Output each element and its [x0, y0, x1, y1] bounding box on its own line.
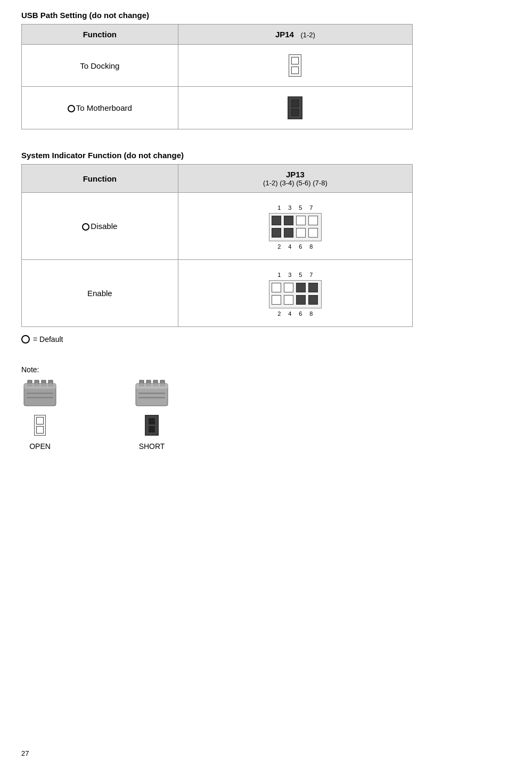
pin-1-enable	[272, 283, 281, 292]
svg-rect-6	[27, 393, 53, 394]
svg-rect-7	[27, 397, 53, 398]
note-item-short: SHORT	[133, 379, 170, 451]
sys-indicator-section: System Indicator Function (do not change…	[21, 151, 511, 344]
sys-col1-header: Function	[22, 165, 178, 193]
jp13-disable-jumper: 1 3 5 7	[269, 205, 322, 250]
svg-rect-15	[138, 397, 165, 398]
usb-row-motherboard: To Motherboard	[22, 87, 413, 129]
pin-2-enable	[272, 295, 281, 305]
pin-6-enable	[296, 295, 306, 305]
usb-title-bold: USB Path Setting	[21, 11, 87, 20]
sys-func-disable: Disable	[22, 193, 178, 260]
usb-jp-motherboard	[178, 87, 413, 129]
usb-col2-subheader: (1-2)	[300, 31, 315, 39]
note-section: Note:	[21, 365, 511, 451]
pin-7-enable	[308, 283, 318, 292]
note-open-pin-1	[36, 417, 44, 424]
jp13-nums-bottom-enable: 2 4 6 8	[274, 311, 316, 317]
sys-title-suffix: (do not change)	[121, 151, 184, 160]
sys-jp-disable: 1 3 5 7	[178, 193, 413, 260]
pin-open-1	[291, 57, 299, 64]
svg-rect-5	[24, 383, 56, 389]
pin-6-disable	[296, 228, 306, 238]
pin-open-2	[291, 67, 299, 74]
pin-short-1	[291, 100, 299, 107]
sys-row-enable: Enable 1 3 5 7	[22, 260, 413, 327]
jp13-nums-top-enable: 1 3 5 7	[274, 272, 316, 278]
connector-short-img	[133, 379, 170, 408]
note-open-pin-2	[36, 426, 44, 434]
sys-title-bold: System Indicator Function	[21, 151, 121, 160]
sys-func-enable: Enable	[22, 260, 178, 327]
pin-short-2	[291, 109, 299, 116]
usb-jp-docking	[178, 45, 413, 87]
usb-title-suffix: (do not change)	[87, 11, 149, 20]
sys-col2-header: JP13 (1-2) (3-4) (5-6) (7-8)	[178, 165, 413, 193]
note-short-pin-2	[149, 426, 155, 432]
pin-4-enable	[284, 295, 293, 305]
connector-open-img	[21, 379, 59, 408]
default-note: = Default	[21, 335, 511, 344]
default-circle-motherboard	[68, 105, 75, 112]
jp13-grid-disable	[269, 213, 322, 241]
note-short-pin-1	[149, 418, 155, 424]
sys-col2-subheader: (1-2) (3-4) (5-6) (7-8)	[189, 179, 402, 187]
page-number: 27	[21, 749, 29, 757]
note-label: Note:	[21, 365, 39, 374]
usb-func-docking: To Docking	[22, 45, 178, 87]
usb-table: Function JP14 (1-2) To Docking	[21, 24, 413, 129]
usb-section-title: USB Path Setting (do not change)	[21, 11, 511, 20]
jp14-open-jumper	[289, 54, 301, 77]
pin-8-enable	[308, 295, 318, 305]
note-short-label: SHORT	[139, 442, 165, 451]
pin-4-disable	[284, 228, 293, 238]
jp13-enable-jumper: 1 3 5 7	[269, 272, 322, 317]
svg-rect-13	[136, 383, 168, 389]
note-content: OPEN SHORT	[21, 379, 511, 451]
pin-5-enable	[296, 283, 306, 292]
pin-3-enable	[284, 283, 293, 292]
default-note-text: = Default	[33, 335, 63, 344]
sys-section-title: System Indicator Function (do not change…	[21, 151, 511, 160]
usb-func-motherboard: To Motherboard	[22, 87, 178, 129]
usb-col1-header: Function	[22, 24, 178, 45]
pin-1-disable	[272, 216, 281, 225]
sys-row-disable: Disable 1 3 5 7	[22, 193, 413, 260]
note-item-open: OPEN	[21, 379, 59, 451]
sys-jp-enable: 1 3 5 7	[178, 260, 413, 327]
pin-5-disable	[296, 216, 306, 225]
sys-table: Function JP13 (1-2) (3-4) (5-6) (7-8) Di…	[21, 164, 413, 327]
jp13-nums-top-disable: 1 3 5 7	[274, 205, 316, 211]
jp13-nums-bottom-disable: 2 4 6 8	[274, 243, 316, 250]
usb-row-docking: To Docking	[22, 45, 413, 87]
jp13-grid-enable	[269, 280, 322, 308]
default-circle-icon	[21, 335, 30, 344]
note-open-label: OPEN	[29, 442, 51, 451]
jp14-short-jumper	[288, 96, 302, 119]
default-circle-disable	[82, 223, 89, 231]
pin-2-disable	[272, 228, 281, 238]
pin-3-disable	[284, 216, 293, 225]
pin-7-disable	[308, 216, 318, 225]
svg-rect-14	[138, 393, 165, 394]
pin-8-disable	[308, 228, 318, 238]
usb-path-section: USB Path Setting (do not change) Functio…	[21, 11, 511, 129]
usb-col2-header: JP14 (1-2)	[178, 24, 413, 45]
note-open-pins-diagram	[34, 415, 46, 436]
note-short-pins-diagram	[145, 415, 159, 436]
